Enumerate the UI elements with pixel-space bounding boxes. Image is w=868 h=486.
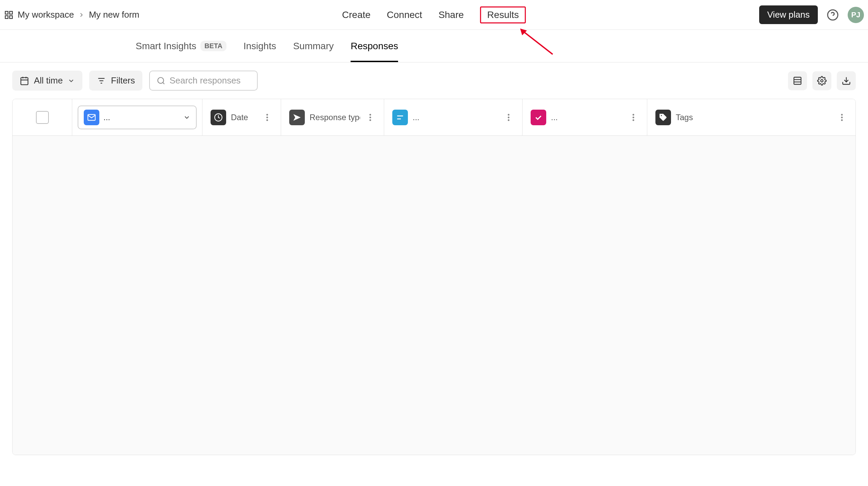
chevron-down-icon (183, 114, 191, 121)
select-all-col (13, 99, 72, 135)
table-icon (793, 76, 802, 86)
dropdown-label: ... (103, 113, 179, 122)
tab-label: Smart Insights (136, 41, 196, 52)
tab-insights[interactable]: Insights (243, 30, 276, 62)
question-icon (392, 110, 408, 125)
svg-point-33 (633, 114, 634, 115)
date-range-button[interactable]: All time (12, 71, 82, 91)
svg-point-18 (821, 79, 823, 82)
search-icon (157, 76, 165, 85)
apps-grid-icon[interactable] (4, 10, 14, 20)
svg-point-31 (508, 116, 510, 118)
filters-label: Filters (111, 75, 135, 86)
tab-smart-insights[interactable]: Smart Insights BETA (136, 30, 226, 62)
column-label: ... (413, 113, 498, 122)
chevron-right-icon (78, 12, 85, 18)
svg-point-35 (633, 119, 634, 121)
email-icon (84, 110, 99, 125)
top-bar: My workspace My new form Create Connect … (0, 0, 868, 30)
calendar-icon (20, 76, 29, 86)
svg-rect-6 (21, 77, 28, 85)
column-label: Date (231, 113, 257, 122)
responses-table: ... Date Response (12, 99, 856, 455)
search-box[interactable] (149, 71, 258, 91)
tab-responses[interactable]: Responses (351, 30, 398, 62)
svg-rect-0 (5, 11, 8, 14)
svg-point-30 (508, 114, 510, 115)
date-range-label: All time (34, 75, 63, 86)
svg-rect-2 (5, 16, 8, 18)
beta-badge: BETA (200, 41, 226, 51)
svg-point-32 (508, 119, 510, 121)
svg-point-24 (267, 119, 268, 121)
breadcrumb-form[interactable]: My new form (89, 10, 139, 20)
tab-summary[interactable]: Summary (293, 30, 334, 62)
chevron-down-icon (67, 77, 75, 85)
table-view-button[interactable] (788, 71, 807, 90)
column-label: Tags (676, 113, 832, 122)
settings-button[interactable] (812, 71, 831, 90)
svg-point-22 (267, 114, 268, 115)
search-input[interactable] (170, 75, 250, 86)
column-response-type: Response type (281, 99, 384, 135)
svg-point-39 (841, 119, 843, 121)
nav-create[interactable]: Create (342, 7, 371, 23)
breadcrumb-workspace[interactable]: My workspace (18, 10, 74, 20)
svg-rect-15 (794, 77, 801, 84)
filter-icon (97, 76, 106, 86)
breadcrumb: My workspace My new form (4, 10, 139, 20)
table-body-empty (13, 136, 855, 455)
svg-point-27 (370, 119, 371, 121)
table-header: ... Date Response (13, 99, 855, 136)
tag-icon (655, 110, 671, 125)
svg-point-37 (841, 114, 843, 115)
svg-point-36 (661, 115, 662, 116)
view-plans-button[interactable]: View plans (759, 5, 818, 24)
help-icon[interactable] (825, 7, 841, 23)
download-icon (842, 76, 851, 86)
column-date: Date (202, 99, 281, 135)
toolbar-right (788, 71, 856, 90)
nav-share[interactable]: Share (438, 7, 464, 23)
svg-point-25 (370, 114, 371, 115)
clock-icon (211, 110, 226, 125)
tab-label: Responses (351, 41, 398, 52)
download-button[interactable] (837, 71, 856, 90)
column-selector-dropdown[interactable]: ... (78, 106, 197, 129)
column-menu-button[interactable] (628, 112, 639, 123)
nav-results[interactable]: Results (480, 6, 526, 23)
top-right: View plans PJ (759, 5, 864, 24)
select-all-checkbox[interactable] (36, 111, 49, 124)
column-label: ... (551, 113, 623, 122)
send-icon (289, 110, 305, 125)
check-icon (531, 110, 546, 125)
avatar[interactable]: PJ (848, 7, 864, 23)
column-menu-button[interactable] (836, 112, 847, 123)
svg-point-34 (633, 116, 634, 118)
tab-label: Summary (293, 41, 334, 52)
svg-rect-3 (9, 16, 12, 18)
column-menu-button[interactable] (503, 112, 514, 123)
tab-label: Insights (243, 41, 276, 52)
column-question-1: ... (384, 99, 522, 135)
svg-point-23 (267, 116, 268, 118)
svg-point-26 (370, 116, 371, 118)
column-selector: ... (72, 99, 202, 135)
sub-nav: Smart Insights BETA Insights Summary Res… (0, 30, 868, 62)
svg-point-13 (158, 77, 163, 83)
column-label: Response type (310, 113, 360, 122)
column-question-2: ... (522, 99, 647, 135)
column-menu-button[interactable] (365, 112, 376, 123)
gear-icon (817, 76, 827, 86)
filters-button[interactable]: Filters (89, 71, 142, 91)
nav-connect[interactable]: Connect (387, 7, 422, 23)
column-tags: Tags (647, 99, 855, 135)
svg-point-38 (841, 116, 843, 118)
svg-rect-1 (9, 11, 12, 14)
top-nav: Create Connect Share Results (342, 6, 526, 23)
column-menu-button[interactable] (262, 112, 273, 123)
toolbar: All time Filters (0, 62, 868, 99)
svg-line-14 (163, 82, 164, 84)
